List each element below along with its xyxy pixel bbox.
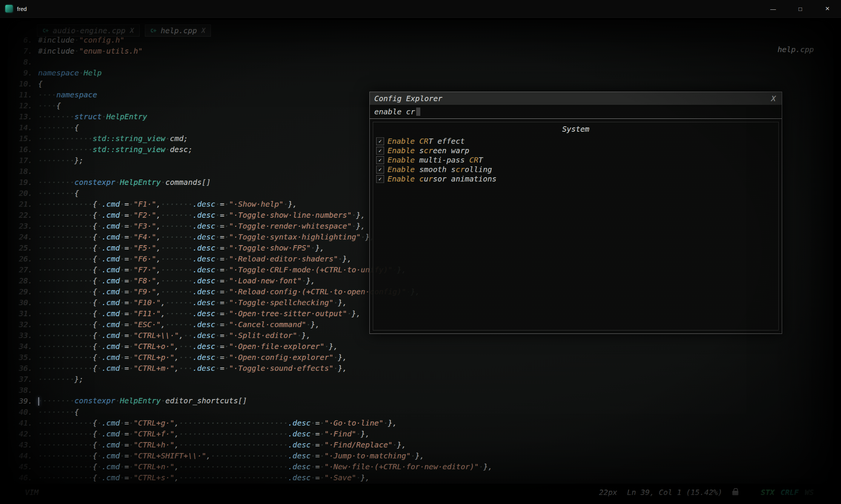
code-line: 41.············{·.cmd·=·"CTRL+g·",······…	[14, 417, 833, 428]
code-text: ········{	[38, 189, 79, 198]
line-number: 12.	[14, 101, 32, 110]
config-option[interactable]: ✓Enable CRT effect	[376, 137, 775, 146]
code-text: ············{·.cmd·=·"F9·",·······.desc·…	[38, 287, 420, 296]
code-line: 40.········{	[14, 406, 833, 417]
line-number: 6.	[14, 35, 32, 45]
config-explorer-panel: Config Explorer X enable cr System ✓Enab…	[369, 92, 782, 334]
code-text: ············std::string_view·cmd;	[38, 134, 188, 143]
code-text: #include·"enum-utils.h"	[38, 46, 143, 55]
checkbox-checked[interactable]: ✓	[376, 156, 384, 164]
code-text: ············{·.cmd·=·"CTRL+\\·",··.desc·…	[38, 331, 311, 340]
maximize-button[interactable]: □	[787, 0, 814, 17]
line-number: 45.	[14, 462, 32, 471]
line-number: 42.	[14, 429, 32, 438]
code-text: ········};	[38, 375, 83, 384]
close-button[interactable]: ✕	[814, 0, 841, 17]
config-option[interactable]: ✓Enable cursor animations	[376, 174, 775, 183]
cpp-file-icon: C+	[43, 28, 48, 34]
status-flags: STXCRLFWS	[761, 488, 814, 497]
config-section-header: System	[376, 124, 775, 134]
search-cursor	[416, 108, 420, 116]
crt-screen: C+audio-engine.cppXC+help.cppX help.cpp …	[0, 18, 841, 504]
line-number: 11.	[14, 90, 32, 99]
code-text: ········constexpr·HelpEntry·commands[]	[38, 178, 211, 187]
line-number: 44.	[14, 451, 32, 460]
code-text: ············{·.cmd·=·"CTRL+p·",···.desc·…	[38, 353, 347, 362]
code-line: 34.············{·.cmd·=·"CTRL+o·",···.de…	[14, 341, 833, 352]
config-search-query: enable cr	[374, 107, 415, 116]
config-option-label: Enable CRT effect	[387, 137, 465, 146]
line-number: 40.	[14, 407, 32, 416]
line-number: 23.	[14, 221, 32, 230]
line-number: 30.	[14, 298, 32, 307]
code-text: ············std::string_view·desc;	[38, 145, 192, 154]
config-option[interactable]: ✓Enable screen warp	[376, 146, 775, 155]
checkbox-checked[interactable]: ✓	[376, 166, 384, 174]
code-line: 38.	[14, 384, 833, 395]
line-number: 28.	[14, 276, 32, 285]
config-list: ✓Enable CRT effect✓Enable screen warp✓En…	[376, 137, 775, 183]
config-option-label: Enable screen warp	[387, 146, 469, 155]
tab-audio-engine-cpp[interactable]: C+audio-engine.cppX	[37, 25, 140, 37]
code-line: 44.············{·.cmd·=·"CTRL+SHIFT+\\·"…	[14, 450, 833, 461]
code-text: ············{·.cmd·=·"CTRL+h·",·········…	[38, 440, 406, 449]
line-number: 17.	[14, 156, 32, 165]
window-controls: — □ ✕	[760, 0, 841, 17]
code-line: 37.········};	[14, 373, 833, 384]
code-line: 8.	[14, 56, 833, 67]
checkbox-checked[interactable]: ✓	[376, 137, 384, 145]
config-option[interactable]: ✓Enable smooth scrolling	[376, 165, 775, 174]
line-number: 8.	[14, 57, 32, 66]
code-text: ············{·.cmd·=·"F3·",·······.desc·…	[38, 221, 365, 230]
line-number: 38.	[14, 386, 32, 395]
code-line: 10.{	[14, 78, 833, 89]
tab-close-button[interactable]: X	[130, 27, 134, 34]
code-line: 36.············{·.cmd·=·"CTRL+m·",···.de…	[14, 363, 833, 373]
code-text: ············{·.cmd·=·"F2·",·······.desc·…	[38, 211, 365, 220]
minimize-button[interactable]: —	[760, 0, 787, 17]
title-bar-left: fred	[0, 5, 27, 12]
lock-icon	[732, 491, 738, 495]
tab-close-button[interactable]: X	[201, 27, 205, 34]
code-text: ········};	[38, 156, 83, 165]
checkbox-checked[interactable]: ✓	[376, 175, 384, 183]
line-number: 41.	[14, 418, 32, 427]
config-explorer-close-button[interactable]: X	[770, 94, 777, 103]
status-flag-stx: STX	[761, 488, 775, 497]
code-text: ············{·.cmd·=·"CTRL+m·",···.desc·…	[38, 364, 347, 373]
line-number: 22.	[14, 211, 32, 220]
code-text: ············{·.cmd·=·"F10·",······.desc·…	[38, 298, 347, 307]
code-text: ············{·.cmd·=·"CTRL+SHIFT+\\·",··…	[38, 451, 424, 460]
status-bar: VIM 22px Ln 39, Col 1 (15.42%) STXCRLFWS	[8, 484, 833, 501]
config-option[interactable]: ✓Enable multi-pass CRT	[376, 155, 775, 164]
code-text: namespace·Help	[38, 68, 102, 77]
status-flag-crlf: CRLF	[781, 488, 799, 497]
code-line: 35.············{·.cmd·=·"CTRL+p·",···.de…	[14, 352, 833, 363]
line-number: 20.	[14, 189, 32, 198]
editor-viewport: C+audio-engine.cppXC+help.cppX help.cpp …	[8, 20, 833, 501]
code-text: ····namespace	[38, 90, 97, 99]
line-number: 19.	[14, 178, 32, 187]
line-number: 37.	[14, 375, 32, 384]
tab-help-cpp[interactable]: C+help.cppX	[145, 25, 211, 37]
line-number: 15.	[14, 134, 32, 143]
config-search-input[interactable]: enable cr	[370, 105, 782, 119]
line-number: 26.	[14, 254, 32, 263]
code-line: 39.········constexpr·HelpEntry·editor_sh…	[14, 395, 833, 406]
code-text: ············{·.cmd·=·"CTRL+g·",·········…	[38, 418, 397, 427]
checkbox-checked[interactable]: ✓	[376, 147, 384, 155]
line-number: 31.	[14, 309, 32, 318]
tab-bar: C+audio-engine.cppXC+help.cppX	[37, 25, 211, 37]
title-bar: fred — □ ✕	[0, 0, 841, 18]
config-option-label: Enable multi-pass CRT	[387, 155, 483, 164]
config-option-label: Enable cursor animations	[387, 174, 497, 183]
line-number: 33.	[14, 331, 32, 340]
app-window: fred — □ ✕ C+audio-engine.cppXC+help.cpp…	[0, 0, 841, 504]
code-text: ········constexpr·HelpEntry·editor_short…	[38, 396, 247, 406]
code-line: 45.············{·.cmd·=·"CTRL+n·",······…	[14, 461, 833, 472]
code-text: ········{	[38, 407, 79, 416]
code-text: ········struct·HelpEntry	[38, 112, 147, 121]
code-text: ············{·.cmd·=·"ESC·",······.desc·…	[38, 320, 320, 329]
app-icon	[5, 5, 13, 12]
code-text: ············{·.cmd·=·"F4·",·······.desc·…	[38, 232, 374, 241]
